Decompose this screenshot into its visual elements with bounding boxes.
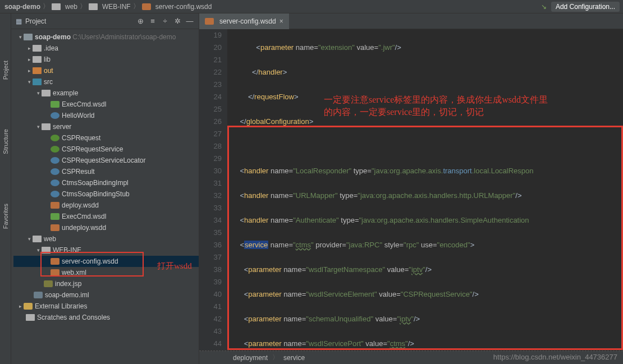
gear-icon[interactable]: ✲ xyxy=(173,17,182,26)
interface-icon xyxy=(51,146,59,153)
class-icon xyxy=(51,157,59,164)
add-configuration-button[interactable]: Add Configuration... xyxy=(551,2,620,12)
class-icon xyxy=(51,191,59,197)
panel-title: Project xyxy=(25,17,132,25)
folder-icon xyxy=(42,247,51,254)
watermark-text: https://blog.csdn.net/weixin_44736277 xyxy=(493,353,617,361)
code-content[interactable]: <parameter name="extension" value=".jwr"… xyxy=(227,29,623,351)
xml-file-icon xyxy=(51,224,59,231)
xml-file-icon xyxy=(51,202,59,209)
locate-icon[interactable]: ⊕ xyxy=(136,17,145,26)
editor-tab[interactable]: server-config.wsdd × xyxy=(199,13,289,29)
editor-tabs: server-config.wsdd × xyxy=(199,13,623,29)
breadcrumb-bottom: deployment 〉 service https://blog.csdn.n… xyxy=(199,351,623,364)
chevron-right-icon: 〉 xyxy=(80,2,86,11)
package-icon xyxy=(42,90,51,96)
folder-icon xyxy=(33,67,42,74)
project-icon: ▦ xyxy=(16,17,22,25)
expand-icon[interactable]: ≡ xyxy=(148,17,157,26)
close-icon[interactable]: × xyxy=(280,17,283,25)
hammer-icon[interactable]: ↘ xyxy=(541,3,547,11)
project-panel: ▦ Project ⊕ ≡ ÷ ✲ — ▾soap-demo C:\Users\… xyxy=(11,13,199,364)
line-gutter: 1920212223242526272829303132333435363738… xyxy=(199,29,227,351)
xml-file-icon xyxy=(142,3,151,10)
xml-file-icon xyxy=(51,269,59,276)
iml-icon xyxy=(34,292,43,298)
selected-file-row[interactable]: server-config.wsdd xyxy=(13,256,199,267)
wsdl-icon xyxy=(51,213,59,220)
structure-tool-tab[interactable]: Structure xyxy=(1,127,10,156)
hide-icon[interactable]: — xyxy=(185,17,194,26)
top-bar: soap-demo 〉 web 〉 WEB-INF 〉 server-confi… xyxy=(0,0,623,13)
folder-icon xyxy=(89,3,98,10)
project-tool-tab[interactable]: Project xyxy=(1,58,10,82)
chevron-right-icon: 〉 xyxy=(272,353,279,362)
folder-icon xyxy=(33,56,42,63)
src-folder-icon xyxy=(33,79,42,85)
folder-icon xyxy=(33,45,42,52)
jsp-icon xyxy=(44,280,53,287)
breadcrumb-web[interactable]: web xyxy=(65,3,77,11)
folder-icon xyxy=(52,3,61,10)
editor-area: server-config.wsdd × 1920212223242526272… xyxy=(199,13,623,364)
class-icon xyxy=(51,179,59,186)
breadcrumb-webinf[interactable]: WEB-INF xyxy=(102,3,131,11)
folder-icon xyxy=(33,236,42,242)
libraries-icon xyxy=(24,303,33,310)
dashed-divider xyxy=(199,351,623,351)
xml-file-icon xyxy=(51,258,59,265)
favorites-tool-tab[interactable]: Favorites xyxy=(1,201,10,231)
module-icon xyxy=(24,34,33,40)
xml-file-icon xyxy=(205,18,214,25)
chevron-right-icon: 〉 xyxy=(133,2,140,11)
project-tree[interactable]: ▾soap-demo C:\Users\Administrator\soap-d… xyxy=(11,29,199,364)
left-tool-gutter: Project Structure Favorites xyxy=(0,13,11,364)
wsdl-icon xyxy=(51,101,59,108)
class-icon xyxy=(51,168,59,175)
crumb-service[interactable]: service xyxy=(283,354,305,362)
scratches-icon xyxy=(26,314,35,321)
breadcrumb[interactable]: soap-demo 〉 web 〉 WEB-INF 〉 server-confi… xyxy=(0,2,212,11)
class-icon xyxy=(51,112,59,119)
crumb-deployment[interactable]: deployment xyxy=(233,354,268,362)
code-editor[interactable]: 1920212223242526272829303132333435363738… xyxy=(199,29,623,351)
chevron-right-icon: 〉 xyxy=(43,2,49,11)
top-right-tools: ↘ Add Configuration... xyxy=(541,2,623,12)
tab-label: server-config.wsdd xyxy=(219,17,276,25)
package-icon xyxy=(42,123,51,130)
collapse-icon[interactable]: ÷ xyxy=(161,17,170,26)
project-panel-header: ▦ Project ⊕ ≡ ÷ ✲ — xyxy=(11,13,199,29)
breadcrumb-file[interactable]: server-config.wsdd xyxy=(155,3,212,11)
breadcrumb-root[interactable]: soap-demo xyxy=(4,3,40,11)
interface-icon xyxy=(51,135,59,141)
